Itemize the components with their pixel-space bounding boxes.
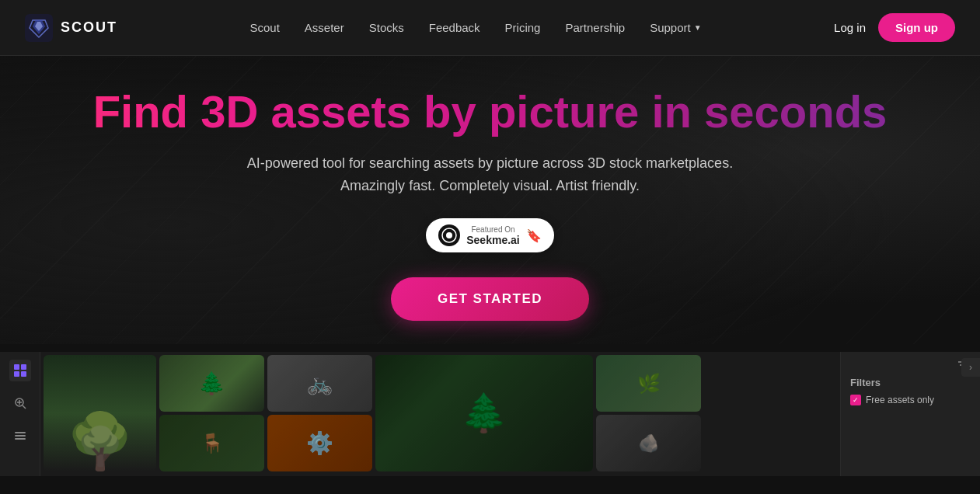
nav-item-partnership[interactable]: Partnership — [565, 21, 625, 34]
preview-strip: 🌳 🌲 🪑 🚲 ⚙️ 🌲 🌿 — [0, 352, 980, 476]
thumbnail-bike-icon: 🚲 — [306, 370, 333, 396]
thumbnail-4[interactable]: 🚲 — [267, 355, 372, 412]
logo-icon — [25, 14, 53, 42]
thumbnail-2[interactable]: 🌲 — [159, 355, 264, 412]
free-assets-checkbox[interactable]: ✓ — [850, 395, 861, 405]
grid-icon[interactable] — [9, 360, 31, 381]
get-started-button[interactable]: GET STARTED — [391, 277, 589, 321]
nav-actions: Log in Sign up — [834, 13, 955, 42]
filter-title: Filters — [850, 377, 881, 388]
thumbnail-park-icon: 🌲 — [198, 370, 225, 396]
filter-free-assets[interactable]: ✓ Free assets only — [850, 395, 971, 405]
nav-item-pricing[interactable]: Pricing — [505, 21, 541, 34]
thumbnail-stone-icon: 🪨 — [638, 433, 659, 454]
nav-links: Scout Asseter Stocks Feedback Pricing Pa… — [249, 21, 701, 35]
svg-rect-6 — [14, 364, 19, 370]
nav-item-scout[interactable]: Scout — [249, 21, 279, 34]
thumbnail-col-3: 🚲 ⚙️ — [267, 355, 372, 473]
seekme-logo-icon — [438, 224, 460, 246]
svg-rect-15 — [15, 435, 26, 437]
chevron-down-icon: ▼ — [694, 23, 702, 32]
logo: SCOUT — [25, 14, 117, 42]
filter-header: Filters — [850, 377, 971, 388]
signup-button[interactable]: Sign up — [878, 13, 955, 42]
bookmark-icon: 🔖 — [526, 228, 542, 243]
thumbnail-6[interactable]: 🌲 — [375, 355, 593, 471]
thumbnail-col-5: 🌿 🪨 — [596, 355, 701, 473]
logo-text: SCOUT — [61, 19, 117, 36]
hero-content: Find 3D assets by picture in seconds AI-… — [16, 87, 964, 321]
nav-item-asseter[interactable]: Asseter — [305, 21, 344, 34]
thumbnail-5[interactable]: ⚙️ — [267, 415, 372, 471]
svg-rect-8 — [14, 371, 19, 377]
nav-item-feedback[interactable]: Feedback — [429, 21, 480, 34]
thumbnail-tree-icon: 🌳 — [66, 414, 134, 468]
seekme-text: Featured On Seekme.ai — [466, 225, 520, 246]
free-assets-label: Free assets only — [866, 395, 934, 405]
expand-arrow[interactable]: › — [961, 358, 980, 377]
thumbnail-col-2: 🌲 🪑 — [159, 355, 264, 473]
menu-icon[interactable] — [9, 425, 31, 447]
preview-grid: 🌳 🌲 🪑 🚲 ⚙️ 🌲 🌿 — [40, 352, 840, 476]
thumbnail-3[interactable]: 🪑 — [159, 415, 264, 471]
preview-sidebar — [0, 352, 40, 476]
login-button[interactable]: Log in — [834, 21, 866, 34]
nav-item-stocks[interactable]: Stocks — [369, 21, 404, 34]
thumbnail-8[interactable]: 🪨 — [596, 415, 701, 471]
hero-title: Find 3D assets by picture in seconds — [16, 87, 964, 137]
svg-rect-7 — [21, 364, 26, 370]
hero-section: Find 3D assets by picture in seconds AI-… — [0, 56, 980, 344]
thumbnail-wheel-icon: ⚙️ — [306, 430, 333, 456]
seekme-badge[interactable]: Featured On Seekme.ai 🔖 — [426, 218, 554, 252]
hero-subtitle: AI-powered tool for searching assets by … — [218, 152, 762, 197]
zoom-icon[interactable] — [9, 392, 31, 414]
svg-rect-16 — [15, 438, 26, 440]
thumbnail-1[interactable]: 🌳 — [44, 355, 156, 471]
navbar: SCOUT Scout Asseter Stocks Feedback Pric… — [0, 0, 980, 56]
thumbnail-nature-icon: 🌿 — [637, 373, 661, 395]
svg-rect-14 — [15, 432, 26, 433]
thumbnail-7[interactable]: 🌿 — [596, 355, 701, 412]
svg-line-11 — [23, 405, 26, 409]
nav-item-support[interactable]: Support ▼ — [650, 21, 701, 34]
filters-panel: › Filters ✓ Free assets only — [840, 352, 980, 476]
thumbnail-bench-icon: 🪑 — [201, 433, 224, 454]
svg-point-5 — [446, 232, 452, 238]
thumbnail-forest-icon: 🌲 — [461, 391, 507, 435]
svg-rect-9 — [21, 371, 26, 377]
